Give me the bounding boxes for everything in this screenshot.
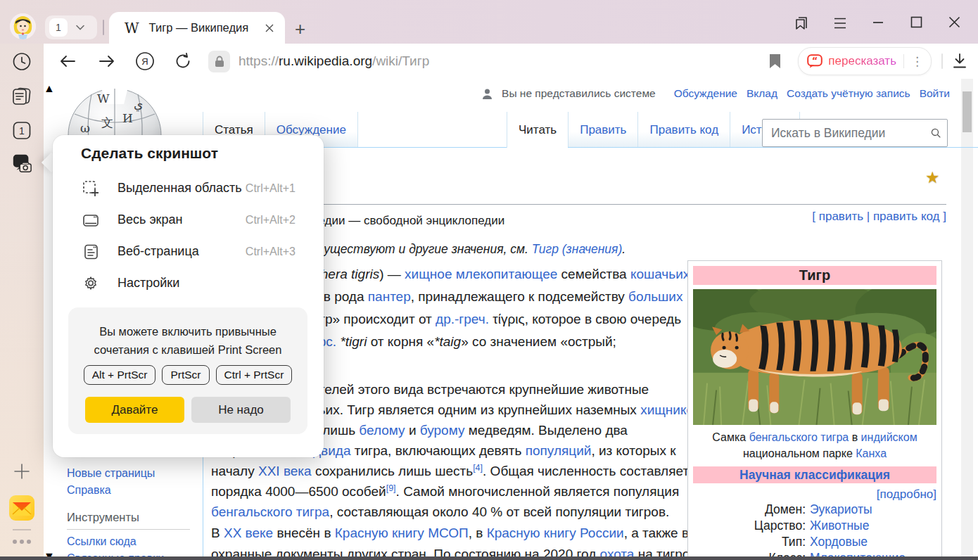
classification-rows: Домен: Эукариоты Царство: Животные Тип: … [693,502,936,560]
new-tab-button[interactable]: + [295,18,305,40]
svg-text:И: И [122,111,133,125]
rank-label: Царство: [693,518,806,534]
rank-value-link[interactable]: Эукариоты [810,502,872,518]
featured-star-icon[interactable]: ★ [925,168,940,187]
browser-window: 1 W Тигр — Википедия + Я [0,0,978,560]
wiki-search-box[interactable] [762,119,948,147]
chrome-divider [103,20,104,35]
window-bottom-edge [0,556,978,560]
svg-text:文: 文 [101,115,113,129]
menu-icon[interactable] [833,17,847,30]
scroll-up-arrow[interactable]: ▲ [44,82,55,95]
close-window-icon[interactable] [948,16,960,28]
back-icon[interactable] [59,55,76,68]
tab-edit[interactable]: Править [568,112,637,148]
menu-item-label: Весь экран [118,212,182,227]
article-paragraph: В XX веке внесён в Красную книгу МСОП, в… [211,523,690,560]
tab-number-icon[interactable]: 1 [11,121,32,140]
classification-row: Царство: Животные [693,518,936,534]
screenshot-tool-icon[interactable] [11,152,32,174]
rank-value-link[interactable]: Хордовые [810,534,868,550]
menu-item-web-page[interactable]: Веб-страница Ctrl+Alt+3 [53,236,324,267]
svg-text:ω: ω [80,121,90,135]
alice-avatar-icon [10,13,36,39]
tab-edit-source[interactable]: Править код [637,112,730,148]
retell-menu-icon[interactable]: ⋮ [911,54,924,69]
forward-icon[interactable] [99,55,115,68]
tab-counter[interactable]: 1 [49,18,68,37]
tab-title: Тигр — Википедия [149,21,249,34]
menu-item-label: Выделенная область [118,181,242,196]
screen-icon [82,212,99,229]
sidebar-link[interactable]: Справка [67,482,155,499]
panel-bookmark-icon[interactable] [794,15,809,31]
image-caption: Самка бенгальского тигра в индийскомнаци… [693,429,936,462]
printscreen-hint-card: Вы можете включить привычные сочетания с… [68,307,307,434]
rank-value-link[interactable]: Животные [810,518,869,534]
view-tabs: Читать Править Править код История [507,112,800,148]
classification-header-link[interactable]: Научная классификация [693,466,936,483]
chevron-down-icon[interactable] [76,25,84,30]
bookmark-icon[interactable] [769,53,781,69]
retell-divider [903,54,904,68]
navigation-toolbar: Я https://ru.wikipedia.org/wiki/Тигр “ [44,44,978,79]
menu-item-selected-area[interactable]: Выделенная область Ctrl+Alt+1 [53,172,324,204]
collections-icon[interactable] [11,87,32,106]
wikipedia-favicon: W [125,20,139,37]
menu-item-shortcut: Ctrl+Alt+1 [246,182,296,195]
personal-link[interactable]: Войти [920,87,950,99]
menu-item-label: Настройки [118,276,179,291]
section-edit-links[interactable]: [ править | править код ] [812,210,946,224]
toolbar-divider [941,53,943,69]
shortcut-chip[interactable]: Ctrl + PrtScr [216,365,293,385]
menu-item-full-screen[interactable]: Весь экран Ctrl+Alt+2 [53,204,324,236]
tab-close-icon[interactable] [265,24,274,32]
page-scrollbar[interactable] [961,79,973,560]
user-icon [482,89,493,99]
personal-link[interactable]: Вклад [747,87,777,99]
details-link[interactable]: [подробно] [693,488,936,502]
accept-button[interactable]: Давайте [85,397,184,423]
shortcut-chip[interactable]: Alt + PrtScr [84,365,156,385]
rank-label: Тип: [693,534,806,550]
menu-item-shortcut: Ctrl+Alt+3 [246,246,296,258]
minimize-icon[interactable] [872,21,884,24]
reload-icon[interactable] [174,53,191,70]
active-tab[interactable]: W Тигр — Википедия [109,12,285,44]
history-icon[interactable] [11,52,32,71]
shortcut-chip[interactable]: PrtScr [162,365,209,385]
scrollbar-thumb[interactable] [963,91,972,132]
profile-avatar[interactable] [10,13,36,39]
tab-group-pill[interactable]: 1 [45,15,97,39]
tiger-photo[interactable] [693,289,936,425]
site-security-chip[interactable] [208,51,230,72]
menu-item-label: Веб-страница [118,244,199,259]
popup-title: Сделать скриншот [81,145,218,162]
downloads-icon[interactable] [953,53,967,69]
sidebar-link[interactable]: Ссылки сюда [67,533,164,550]
rank-label: Домен: [693,502,806,518]
tiger-image [693,289,936,425]
shortcut-chips: Alt + PrtScrPrtScrCtrl + PrtScr [68,365,307,385]
url-path: /wiki/Тигр [372,53,429,68]
url-host: ru.wikipedia.org [279,53,372,68]
yandex-mail-icon[interactable] [9,495,34,521]
address-bar[interactable]: https://ru.wikipedia.org/wiki/Тигр [239,53,429,69]
classification-row: Домен: Эукариоты [693,502,936,518]
sidebar-link[interactable]: Новые страницы [67,465,155,482]
more-options-icon[interactable] [11,539,32,545]
retell-button[interactable]: “ пересказать ⋮ [798,47,932,75]
personal-link[interactable]: Создать учётную запись [787,87,910,99]
personal-link[interactable]: Обсуждение [674,87,737,99]
selection-area-icon [82,180,99,197]
add-panel-icon[interactable] [11,463,32,480]
gear-icon [82,275,99,292]
tab-read[interactable]: Читать [507,112,568,148]
search-input[interactable] [770,125,931,141]
maximize-icon[interactable] [910,16,922,28]
decline-button[interactable]: Не надо [191,397,291,423]
menu-item-settings[interactable]: Настройки [53,267,324,299]
yandex-search-icon[interactable]: Я [135,51,155,71]
webpage-icon [82,243,99,260]
search-icon[interactable] [931,126,941,140]
